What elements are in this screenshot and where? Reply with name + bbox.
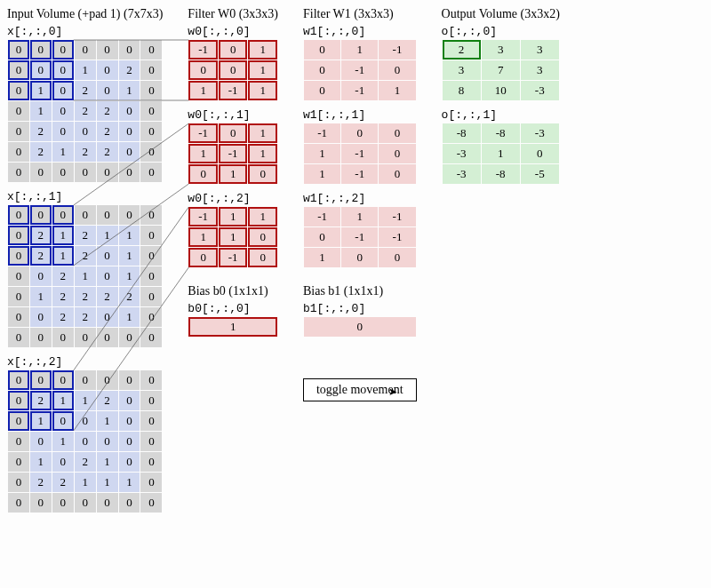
cell: 0 (8, 473, 29, 492)
cell: 0 (97, 266, 118, 286)
cell: 0 (97, 205, 118, 225)
cell: -1 (188, 123, 218, 143)
o-slice-0-label: o[:,:,0] (442, 25, 560, 38)
cell: 1 (97, 226, 118, 245)
o-slice-1: -8-8-3-310-3-8-5 (442, 123, 560, 185)
cell: -1 (341, 164, 378, 184)
cell: -1 (188, 207, 218, 226)
cell: 0 (248, 248, 277, 267)
filter-w1-header: Filter W1 (3x3x3) (303, 7, 417, 21)
w0-slice-0: -1010011-11 (188, 39, 278, 101)
cell: 2 (75, 452, 96, 472)
cell: -1 (219, 248, 248, 267)
cell: 2 (97, 391, 118, 410)
bias-b1-header: Bias b1 (1x1x1) (303, 284, 417, 298)
cell: 0 (248, 227, 277, 247)
cell: 0 (8, 307, 29, 327)
cell: 0 (30, 370, 52, 390)
filter-w0-header: Filter W0 (3x3x3) (188, 7, 278, 21)
cell: 1 (30, 287, 52, 306)
cell: 0 (140, 328, 162, 347)
toggle-movement-button[interactable]: toggle movement ➤ (303, 378, 417, 401)
cell: -3 (443, 164, 481, 184)
x-slice-2: 0000000021120001001000010000010210002211… (7, 369, 163, 513)
w0-slice-1-label: w0[:,:,1] (188, 108, 278, 122)
w0-slice-2: -1111100-10 (188, 206, 278, 268)
cell: 0 (75, 205, 96, 225)
cell: -1 (341, 81, 378, 100)
cell: 0 (379, 144, 415, 163)
cell: 2 (75, 287, 96, 306)
cell: 1 (30, 81, 52, 100)
output-volume: Output Volume (3x3x2) o[:,:,0] 233373810… (442, 7, 560, 190)
cell: 0 (140, 246, 162, 266)
cell: 0 (119, 40, 140, 60)
cell: 0 (75, 370, 96, 390)
bias-b0: 1 (188, 316, 278, 338)
cell: 1 (75, 473, 96, 492)
cell: 0 (8, 40, 29, 60)
cell: 1 (30, 411, 52, 431)
cell: 2 (52, 287, 74, 306)
cell: 0 (119, 493, 140, 513)
cell: 0 (119, 411, 140, 431)
cell: 0 (140, 163, 162, 182)
output-header: Output Volume (3x3x2) (442, 7, 560, 21)
cell: 0 (75, 122, 96, 141)
cell: 2 (97, 101, 118, 121)
cell: 2 (75, 142, 96, 162)
cell: 0 (140, 142, 162, 162)
cell: 0 (119, 122, 140, 141)
cell: 2 (97, 287, 118, 306)
cell: 0 (119, 391, 140, 410)
cell: 2 (30, 391, 52, 410)
cell: 0 (140, 81, 162, 100)
x-slice-1: 0000000021211002120100021010012222000220… (7, 204, 163, 348)
cell: 1 (52, 391, 74, 410)
cell: 0 (140, 473, 162, 492)
cell: 0 (140, 101, 162, 121)
cell: 10 (482, 81, 520, 100)
cell: 1 (248, 60, 277, 80)
cell: 2 (52, 307, 74, 327)
cell: 1 (188, 81, 218, 100)
cell: 0 (8, 328, 29, 347)
cell: 0 (52, 101, 74, 121)
cell: 0 (97, 370, 118, 390)
cell: 0 (188, 60, 218, 80)
cell: 0 (140, 493, 162, 513)
cell: 2 (30, 122, 52, 141)
cell: 2 (52, 266, 74, 286)
cell: -1 (379, 40, 415, 60)
cell: -3 (521, 123, 559, 143)
cell: 0 (97, 493, 118, 513)
cell: 0 (140, 40, 162, 60)
w1-slice-0: 01-10-100-11 (303, 39, 417, 101)
cell: 1 (219, 164, 248, 184)
cell: 0 (30, 163, 52, 182)
cell: 0 (379, 60, 415, 80)
cell: 1 (379, 81, 415, 100)
cell: 0 (8, 101, 29, 121)
cell: 0 (30, 493, 52, 513)
cell: 1 (248, 144, 277, 163)
cell: 1 (75, 266, 96, 286)
cell: 0 (119, 328, 140, 347)
cell: 0 (52, 205, 74, 225)
cell: 0 (219, 60, 248, 80)
cell: 1 (482, 144, 520, 163)
cell: 0 (75, 411, 96, 431)
cell: -3 (443, 144, 481, 163)
cell: -8 (443, 123, 481, 143)
cell: -8 (482, 164, 520, 184)
cell: 2 (75, 246, 96, 266)
cell: 0 (52, 452, 74, 472)
cell: 0 (8, 81, 29, 100)
cell: 0 (379, 248, 415, 267)
cell: -8 (482, 123, 520, 143)
cell: 0 (52, 122, 74, 141)
cell: 8 (443, 81, 481, 100)
cell: 0 (30, 205, 52, 225)
cell: 1 (119, 307, 140, 327)
cell: 0 (188, 248, 218, 267)
